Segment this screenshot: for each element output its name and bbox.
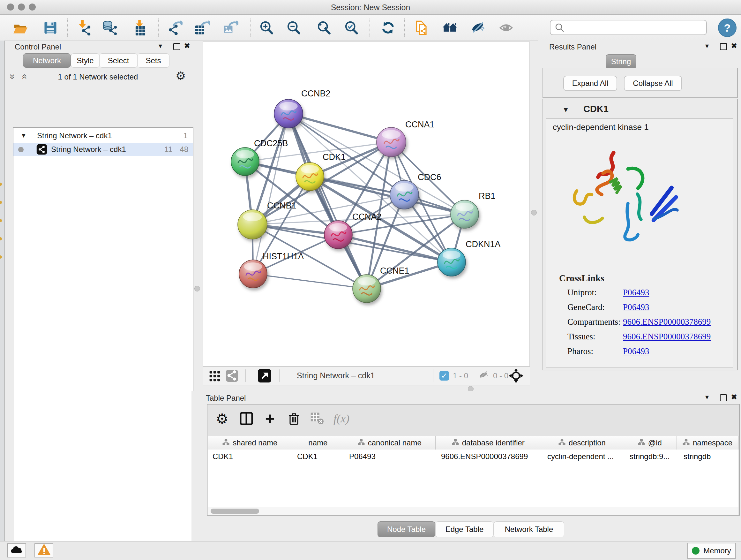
export-table-icon[interactable] [193, 18, 212, 37]
string-network-icon [37, 144, 47, 156]
open-session-icon[interactable] [11, 18, 29, 37]
zoom-selected-icon[interactable] [342, 18, 360, 37]
gene-description: cyclin-dependent kinase 1 [553, 122, 649, 132]
column-header-description[interactable]: description [541, 436, 623, 449]
network-canvas[interactable]: CCNB2 CCNA1 CDC25B CDK1 CDC6 RB1 CCNB1 C… [203, 42, 530, 367]
string-export-icon[interactable] [413, 18, 431, 37]
scrollbar-thumb[interactable] [211, 509, 259, 514]
import-network-icon[interactable] [74, 18, 92, 37]
column-header--id[interactable]: @id [623, 436, 677, 449]
title-bar: Session: New Session [0, 0, 741, 15]
footer-divider [279, 369, 280, 382]
results-panel-close-icon[interactable]: ✖ [731, 42, 737, 50]
right-splitter-handle[interactable] [531, 210, 537, 215]
gene-name: CDK1 [583, 104, 609, 114]
network-options-gear-icon[interactable]: ⚙ [176, 69, 186, 83]
split-panel-icon[interactable] [238, 410, 255, 427]
string-home-icon[interactable] [441, 18, 459, 37]
warning-button[interactable] [35, 543, 53, 557]
tab-node-table[interactable]: Node Table [378, 521, 435, 537]
zoom-fit-icon[interactable] [315, 18, 333, 37]
crosslink-value-link[interactable]: P06493 [623, 347, 650, 356]
table-cell: cyclin-dependent ... [547, 452, 623, 461]
control-panel-float-icon[interactable] [173, 43, 180, 50]
network-row-label: String Network – cdk1 [51, 145, 126, 154]
crosslink-value-link[interactable]: P06493 [623, 302, 650, 312]
expand-all-button[interactable]: Expand All [563, 76, 617, 91]
column-header-namespace[interactable]: namespace [677, 436, 738, 449]
column-header-name[interactable]: name [292, 436, 344, 449]
control-panel-collapse-icon[interactable]: ▾ [158, 42, 162, 50]
tab-edge-table[interactable]: Edge Table [435, 521, 494, 537]
control-panel-close-icon[interactable]: ✖ [184, 42, 190, 50]
results-panel-title: Results Panel [549, 43, 596, 51]
import-table-icon[interactable] [130, 18, 148, 37]
crosslink-label: GeneCard: [567, 302, 605, 312]
table-cell: 9606.ENSP00000378699 [441, 452, 541, 461]
export-network-icon[interactable] [165, 18, 184, 37]
node-CCNA1[interactable]: CCNA1 [377, 120, 434, 157]
node-RB1[interactable]: RB1 [451, 191, 495, 228]
add-column-icon[interactable]: + [262, 410, 278, 427]
column-header-canonical-name[interactable]: canonical name [344, 436, 435, 449]
table-cell: CDK1 [297, 452, 343, 461]
string-view-icon[interactable] [226, 369, 239, 383]
cloud-button[interactable] [7, 543, 26, 557]
collapse-all-button[interactable]: Collapse All [624, 76, 682, 91]
show-glass-icon[interactable] [497, 18, 515, 37]
tab-select[interactable]: Select [99, 53, 138, 68]
node-label-CCNA2: CCNA2 [352, 212, 382, 222]
memory-button[interactable]: Memory [687, 543, 736, 559]
table-panel-collapse-icon[interactable]: ▾ [705, 393, 709, 401]
save-session-icon[interactable] [41, 18, 60, 37]
selected-indicator-checkbox[interactable]: ✓ [440, 371, 449, 381]
tab-string[interactable]: String [606, 54, 636, 69]
results-panel-float-icon[interactable] [720, 43, 727, 50]
node-label-CDKN1A: CDKN1A [466, 240, 501, 249]
network-edge-count: 48 [180, 145, 188, 154]
collection-expand-icon[interactable]: ▼ [20, 132, 27, 139]
column-type-icon [452, 438, 459, 447]
column-header-shared-name[interactable]: shared name [208, 436, 292, 449]
node-HIST1H1A[interactable]: HIST1H1A [239, 252, 304, 288]
fit-selected-crosshair-icon[interactable] [509, 368, 524, 385]
column-header-database-identifier[interactable]: database identifier [435, 436, 541, 449]
footer-divider [474, 369, 474, 382]
function-builder-icon: f(x) [333, 410, 350, 427]
detach-view-icon[interactable] [258, 369, 272, 384]
tab-network-table[interactable]: Network Table [494, 521, 564, 537]
gene-collapse-icon[interactable]: ▼ [562, 106, 569, 114]
table-header-row[interactable]: shared namenamecanonical namedatabase id… [208, 436, 738, 450]
zoom-out-icon[interactable] [284, 18, 303, 37]
hide-glass-icon[interactable] [468, 18, 487, 37]
control-panel: Control Panel ▾ ✖ NetworkStyleSelectSets… [4, 41, 192, 541]
crosslink-value-link[interactable]: 9606.ENSP00000378699 [623, 317, 711, 327]
table-panel-float-icon[interactable] [720, 394, 727, 401]
tab-sets[interactable]: Sets [137, 53, 170, 68]
import-network-database-icon[interactable] [100, 18, 119, 37]
tab-network[interactable]: Network [23, 53, 71, 68]
horizontal-scrollbar[interactable] [208, 507, 738, 515]
delete-column-icon[interactable] [286, 410, 302, 427]
search-input[interactable] [567, 22, 702, 33]
crosslink-label: Uniprot: [567, 288, 597, 298]
left-splitter-handle[interactable] [194, 286, 200, 292]
zoom-in-icon[interactable] [257, 18, 276, 37]
crosslink-label: Compartments: [567, 317, 620, 327]
node-CDKN1A[interactable]: CDKN1A [437, 240, 501, 276]
grid-view-icon[interactable] [208, 370, 221, 384]
network-row-selected[interactable]: String Network – cdk1 11 48 [13, 143, 193, 156]
crosslink-value-link[interactable]: P06493 [623, 288, 650, 298]
export-image-icon[interactable] [221, 18, 240, 37]
network-collection-row[interactable]: ▼ String Network – cdk1 1 [13, 129, 193, 143]
results-panel-collapse-icon[interactable]: ▾ [705, 42, 709, 50]
table-panel-close-icon[interactable]: ✖ [731, 393, 737, 401]
column-settings-icon[interactable]: ⚙ [214, 410, 230, 427]
crosslink-value-link[interactable]: 9606.ENSP00000378699 [623, 332, 711, 341]
help-button[interactable]: ? [718, 18, 737, 37]
refresh-icon[interactable] [379, 18, 397, 37]
selected-counts: 1 - 0 [453, 371, 468, 380]
tab-style[interactable]: Style [71, 53, 99, 68]
table-body[interactable]: CDK1CDK1P064939606.ENSP00000378699cyclin… [208, 449, 738, 507]
network-node-count: 11 [164, 145, 172, 154]
